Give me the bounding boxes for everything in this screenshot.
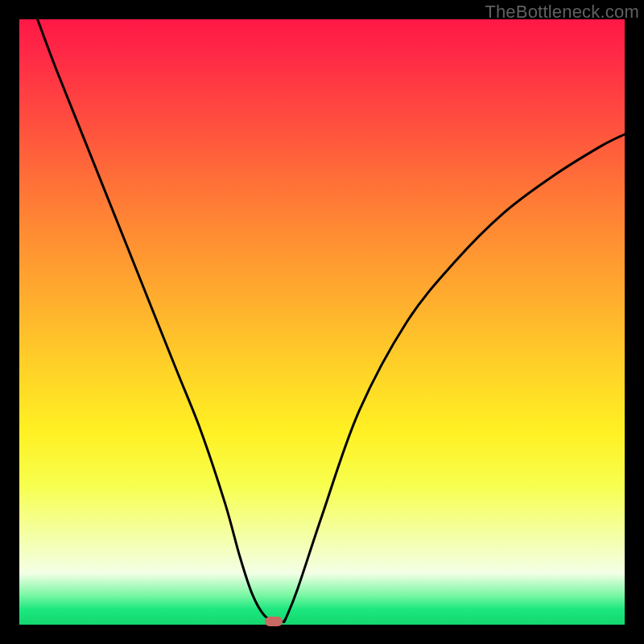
watermark-text: TheBottleneck.com [485,2,639,23]
chart-frame: TheBottleneck.com [0,0,644,644]
bottleneck-curve [19,19,625,625]
optimum-marker [265,617,283,626]
plot-area [19,19,625,625]
